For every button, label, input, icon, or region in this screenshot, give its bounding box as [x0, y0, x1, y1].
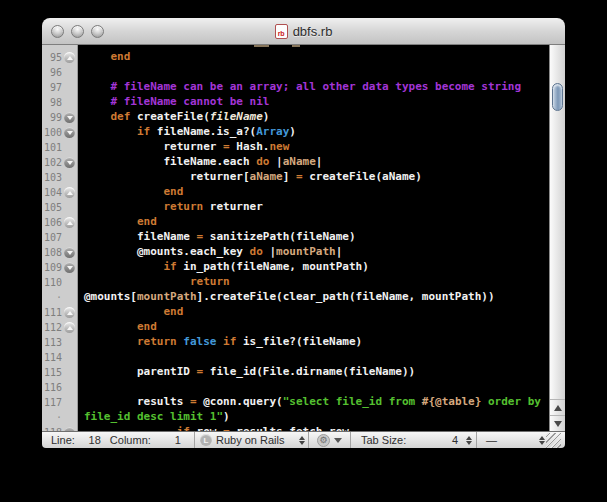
code-line[interactable]: returner[aName] = createFile(aName)	[84, 170, 549, 185]
textmate-window: rb dbfs.rb 95969798991001011021031041051…	[42, 18, 565, 448]
gutter-row: 118	[42, 425, 77, 431]
fold-spacer	[64, 277, 77, 288]
popup-stepper-icon	[539, 436, 545, 445]
fold-spacer	[64, 337, 77, 348]
code-line[interactable]: return returner	[84, 200, 549, 215]
line-number: 117	[42, 397, 64, 408]
fold-down-icon[interactable]	[64, 127, 75, 138]
line-number: 112	[42, 322, 64, 333]
fold-spacer	[64, 97, 77, 108]
zoom-button[interactable]	[91, 25, 104, 38]
bundle-icon: L	[200, 434, 212, 446]
fold-down-icon[interactable]	[64, 157, 75, 168]
scrollbar-thumb[interactable]	[552, 83, 563, 111]
gutter-row: 96	[42, 65, 77, 80]
code-line[interactable]: end	[84, 185, 549, 200]
gutter-row: 111	[42, 305, 77, 320]
minimize-button[interactable]	[71, 25, 84, 38]
scroll-down-button[interactable]	[550, 415, 565, 431]
gear-icon: ⚙	[317, 434, 330, 447]
code-line[interactable]: if in_path(fileName, mountPath)	[84, 260, 549, 275]
wrap-indicator: ·	[42, 292, 64, 303]
line-number: 98	[42, 97, 64, 108]
bundle-menu-button[interactable]: ⚙	[309, 432, 351, 448]
fold-up-icon[interactable]	[64, 187, 75, 198]
fold-spacer	[64, 232, 77, 243]
title-group: rb dbfs.rb	[275, 24, 333, 39]
code-line[interactable]: fileName = sanitizePath(fileName)	[84, 230, 549, 245]
code-line[interactable]	[84, 350, 549, 365]
fold-down-icon[interactable]	[64, 112, 75, 123]
popup-stepper-icon	[299, 436, 305, 445]
symbol-label: —	[486, 434, 537, 446]
code-line[interactable]: @mounts[mountPath].createFile(clear_path…	[84, 290, 549, 305]
line-number: 115	[42, 367, 64, 378]
fold-spacer	[64, 67, 77, 78]
code-line[interactable]: def createFile(fileName)	[84, 110, 549, 125]
fold-down-icon[interactable]	[64, 427, 75, 431]
close-button[interactable]	[51, 25, 64, 38]
scroll-up-button[interactable]	[550, 399, 565, 415]
line-number: 100	[42, 127, 64, 138]
gutter-row: 114	[42, 350, 77, 365]
status-bar: Line: 18 Column: 1 L Ruby on Rails ⚙ Tab…	[42, 431, 565, 448]
code-line[interactable]	[84, 65, 549, 80]
code-line[interactable]: end	[84, 50, 549, 65]
clipped-line-fragment	[254, 45, 269, 47]
language-popup[interactable]: L Ruby on Rails	[195, 432, 309, 448]
code-line[interactable]: @mounts.each_key do |mountPath|	[84, 245, 549, 260]
code-line[interactable]: end	[84, 215, 549, 230]
fold-spacer	[64, 412, 77, 423]
code-line[interactable]: results = @conn.query("select file_id fr…	[84, 395, 549, 410]
desktop-background: rb dbfs.rb 95969798991001011021031041051…	[0, 0, 607, 502]
code-line[interactable]: parentID = file_id(File.dirname(fileName…	[84, 365, 549, 380]
tab-size-value: 4	[452, 434, 458, 446]
tab-size-popup[interactable]: Tab Size: 4	[351, 432, 477, 448]
gutter-row: 97	[42, 80, 77, 95]
code-line[interactable]: end	[84, 305, 549, 320]
window-titlebar[interactable]: rb dbfs.rb	[42, 18, 565, 45]
code-line[interactable]: if fileName.is_a?(Array)	[84, 125, 549, 140]
symbol-popup[interactable]: —	[477, 432, 565, 448]
code-line[interactable]: return	[84, 275, 549, 290]
code-line[interactable]: # fileName can be an array; all other da…	[84, 80, 549, 95]
ruby-file-icon: rb	[275, 24, 288, 39]
code-rows: end # fileName can be an array; all othe…	[84, 50, 549, 431]
code-line[interactable]: # fileName cannot be nil	[84, 95, 549, 110]
line-number: 105	[42, 202, 64, 213]
line-number: 106	[42, 217, 64, 228]
fold-spacer	[64, 172, 77, 183]
line-number: 96	[42, 67, 64, 78]
resize-grip[interactable]	[546, 433, 561, 448]
fold-down-icon[interactable]	[64, 262, 75, 273]
line-number: 109	[42, 262, 64, 273]
code-line[interactable]: return false if is_file?(fileName)	[84, 335, 549, 350]
code-line[interactable]: file_id desc limit 1")	[84, 410, 549, 425]
fold-spacer	[64, 82, 77, 93]
fold-up-icon[interactable]	[64, 307, 75, 318]
line-number: 97	[42, 82, 64, 93]
line-number-gutter: 9596979899100101102103104105106107108109…	[42, 45, 78, 431]
line-number: 95	[42, 52, 64, 63]
fold-up-icon[interactable]	[64, 217, 75, 228]
code-line[interactable]: returner = Hash.new	[84, 140, 549, 155]
fold-down-icon[interactable]	[64, 247, 75, 258]
code-editor[interactable]: end # fileName can be an array; all othe…	[78, 45, 549, 431]
clipped-line-fragment	[292, 45, 300, 47]
gutter-row: ·	[42, 410, 77, 425]
line-number: 111	[42, 307, 64, 318]
gutter-rows: 9596979899100101102103104105106107108109…	[42, 50, 77, 431]
code-line[interactable]	[84, 380, 549, 395]
code-line[interactable]: if row = results.fetch_row	[84, 425, 549, 431]
vertical-scrollbar[interactable]	[549, 45, 565, 431]
arrow-up-icon	[554, 405, 562, 411]
line-number: 99	[42, 112, 64, 123]
arrow-down-icon	[554, 421, 562, 427]
gutter-row: 101	[42, 140, 77, 155]
code-line[interactable]: fileName.each do |aName|	[84, 155, 549, 170]
fold-up-icon[interactable]	[64, 322, 75, 333]
fold-up-icon[interactable]	[64, 52, 75, 63]
line-number: 116	[42, 382, 64, 393]
code-line[interactable]: end	[84, 320, 549, 335]
language-label: Ruby on Rails	[216, 434, 297, 446]
